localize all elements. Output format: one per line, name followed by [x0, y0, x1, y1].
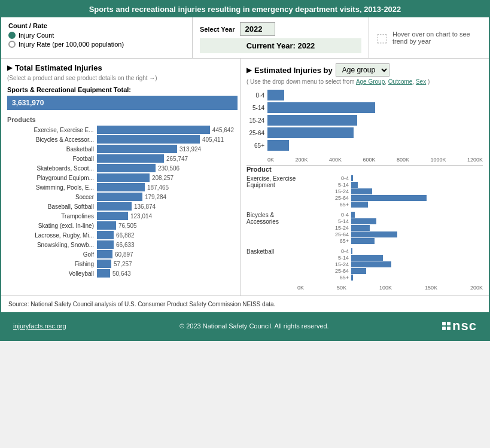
product-bar-fill — [97, 240, 114, 249]
product-age-bar — [351, 248, 352, 254]
outcome-link[interactable]: Outcome — [388, 78, 413, 85]
product-name: Volleyball — [7, 270, 97, 277]
product-group: Bicycles & Accessories 0-4 5-14 15-24 25… — [246, 212, 483, 245]
product-name: Snowskiing, Snowb... — [7, 242, 97, 248]
product-bar-row[interactable]: Golf 60,897 — [7, 250, 234, 258]
product-bar-value: 66,633 — [114, 242, 135, 248]
arrow-icon: ▶ — [7, 64, 12, 72]
product-bar-value: 50,643 — [110, 270, 131, 277]
right-sub-hint: ( Use the drop down menu to select from … — [246, 78, 483, 85]
product-bar-fill — [97, 126, 210, 134]
right-panel: ▶ Estimated Injuries by Age group Outcom… — [241, 59, 489, 295]
age-axis-tick: 400K — [329, 157, 342, 163]
age-bar-row: 25-64 — [246, 127, 483, 138]
prod-total-label: Sports & Recreational Equipment Total: — [7, 86, 234, 93]
product-name: Golf — [7, 251, 97, 258]
product-bar-fill — [97, 135, 200, 144]
product-age-bars: 0-4 5-14 15-24 25-64 65+ — [300, 212, 483, 245]
product-bar-fill — [97, 183, 145, 191]
product-bar-row[interactable]: Snowskiing, Snowb... 66,633 — [7, 240, 234, 249]
product-age-label: 15-24 — [300, 225, 351, 231]
estimated-title: ▶ Estimated Injuries by Age group Outcom… — [246, 63, 483, 77]
product-age-label: 0-4 — [300, 212, 351, 218]
footer-link[interactable]: injuryfacts.nsc.org — [13, 322, 66, 330]
product-bar-row[interactable]: Skating (excl. In-line) 76,505 — [7, 221, 234, 230]
product-bar-row[interactable]: Playground Equipm... 208,257 — [7, 173, 234, 182]
product-bar-row[interactable]: Volleyball 50,643 — [7, 269, 234, 278]
product-axis-tick: 0K — [297, 285, 304, 291]
product-axis-tick: 100K — [379, 285, 392, 291]
product-bar-row[interactable]: Exercise, Exercise E... 445,642 — [7, 126, 234, 134]
product-age-label: 65+ — [300, 238, 351, 244]
total-bar[interactable]: 3,631,970 — [7, 96, 238, 110]
current-year-value: 2022 — [297, 41, 315, 50]
injury-rate-radio[interactable]: Injury Rate (per 100,000 population) — [8, 41, 185, 48]
product-bar-row[interactable]: Lacrosse, Rugby, Mi... 66,882 — [7, 231, 234, 239]
product-age-row: 15-24 — [300, 188, 483, 194]
product-bar-fill — [97, 164, 156, 172]
product-bar-fill — [97, 145, 177, 153]
product-bar-value: 123,014 — [128, 213, 152, 220]
age-bar — [267, 90, 284, 100]
product-bar-fill — [97, 154, 164, 163]
current-year-label: Current Year: — [246, 41, 296, 50]
product-age-bar — [351, 231, 397, 237]
product-bar-row[interactable]: Trampolines 123,014 — [7, 212, 234, 220]
product-name: Playground Equipm... — [7, 175, 97, 181]
product-bar-value: 230,506 — [156, 165, 179, 172]
total-injuries-title: ▶ Total Estimated Injuries — [7, 63, 234, 72]
product-bar-fill — [97, 173, 150, 182]
age-label: 25-64 — [246, 130, 267, 136]
product-age-row: 5-14 — [300, 218, 483, 224]
product-age-label: 5-14 — [300, 182, 351, 188]
age-bar-row: 65+ — [246, 140, 483, 151]
product-bar-fill — [97, 231, 114, 239]
age-bar — [267, 115, 357, 126]
product-group: Basketball 0-4 5-14 15-24 25-64 65+ — [246, 248, 483, 281]
product-bar-fill — [97, 193, 142, 201]
product-bar-row[interactable]: Soccer 179,284 — [7, 193, 234, 201]
products-label: Products — [7, 116, 234, 123]
total-bar-value: 3,631,970 — [12, 99, 44, 107]
product-age-label: 25-64 — [300, 231, 351, 237]
age-group-link[interactable]: Age Group — [356, 78, 385, 85]
product-group: Exercise, Exercise Equipment 0-4 5-14 15… — [246, 175, 483, 208]
product-age-bars: 0-4 5-14 15-24 25-64 65+ — [300, 175, 483, 208]
product-name: Football — [7, 156, 97, 162]
product-bar-row[interactable]: Baseball, Softball 136,874 — [7, 202, 234, 211]
product-axis-tick: 50K — [337, 285, 346, 291]
product-age-label: 25-64 — [300, 195, 351, 201]
age-axis-tick: 1000K — [430, 157, 446, 163]
product-bar-row[interactable]: Fishing 57,257 — [7, 260, 234, 268]
product-axis: 0K50K100K150K200K — [246, 285, 483, 291]
product-age-bars: 0-4 5-14 15-24 25-64 65+ — [300, 248, 483, 281]
product-age-label: 25-64 — [300, 268, 351, 274]
product-bar-fill — [97, 269, 110, 278]
product-age-bar — [351, 268, 366, 274]
injury-count-radio[interactable]: Injury Count — [8, 32, 185, 39]
product-name: Skating (excl. In-line) — [7, 223, 97, 229]
age-label: 0-4 — [246, 92, 267, 99]
groupby-dropdown[interactable]: Age group Outcome Sex — [336, 63, 389, 77]
left-panel: ▶ Total Estimated Injuries (Select a pro… — [1, 59, 241, 295]
product-bar-row[interactable]: Swimming, Pools, E... 187,465 — [7, 183, 234, 191]
injury-rate-label: Injury Rate (per 100,000 population) — [19, 41, 124, 48]
product-bar-row[interactable]: Football 265,747 — [7, 154, 234, 163]
top-controls: Count / Rate Injury Count Injury Rate (p… — [1, 17, 489, 59]
year-dropdown[interactable]: 2022 2021 2020 2019 2018 2017 2016 2015 … — [240, 22, 275, 36]
product-bar-row[interactable]: Basketball 313,924 — [7, 145, 234, 153]
product-name: Soccer — [7, 194, 97, 200]
sex-link[interactable]: Sex — [416, 78, 426, 85]
current-year-display: Current Year: 2022 — [200, 38, 361, 53]
injury-rate-radio-icon — [8, 41, 16, 48]
age-label: 5-14 — [246, 105, 267, 111]
product-bar-row[interactable]: Skateboards, Scoot... 230,506 — [7, 164, 234, 172]
age-bar — [267, 102, 375, 113]
age-axis-tick: 200K — [295, 157, 308, 163]
arrow-icon-right: ▶ — [246, 66, 251, 74]
product-age-row: 65+ — [300, 202, 483, 208]
dashboard-header: Sports and recreational injuries resulti… — [1, 1, 489, 17]
product-bar-row[interactable]: Bicycles & Accessor... 405,411 — [7, 135, 234, 144]
select-year-label: Select Year — [200, 26, 235, 33]
product-name: Baseball, Softball — [7, 203, 97, 210]
